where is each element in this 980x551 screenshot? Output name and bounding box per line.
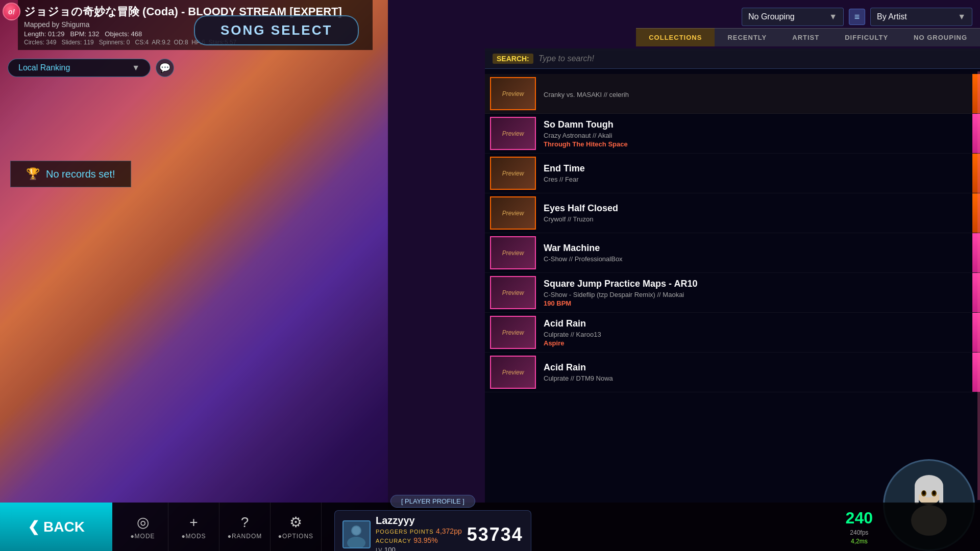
bottom-action-label-2: ●RANDOM [228, 533, 262, 540]
song-circles: Circles: 349 [24, 39, 56, 46]
song-item-info: War Machine C-Show // ProfessionalBox [544, 243, 975, 263]
song-thumbnail-bg: Preview [491, 197, 535, 229]
bottom-action-icon-0: ◎ [137, 514, 149, 531]
song-select-title-container: SONG SELECT [194, 15, 359, 45]
sort-label: By Artist [877, 12, 907, 21]
song-list-item-2[interactable]: Preview So Damn Tough Crazy Astronaut //… [485, 114, 980, 154]
song-thumbnail-bg: Preview [491, 78, 535, 109]
fps-ping: 4,2ms [851, 538, 868, 545]
song-item-title: Acid Rain [544, 362, 975, 373]
song-list-item-6[interactable]: Preview Square Jump Practice Maps - AR10… [485, 273, 980, 313]
player-score: 53734 [467, 524, 523, 545]
song-thumbnail-bg: Preview [491, 357, 535, 388]
song-item-subtitle: Cres // Fear [544, 176, 975, 183]
no-records-panel: 🏆 No records set! [10, 161, 131, 187]
player-level: 100 [384, 546, 396, 551]
bottom-action-icon-1: + [189, 514, 198, 531]
song-item-info: Acid Rain Culprate // Karoo13 Aspire [544, 318, 975, 347]
sort-icon[interactable]: ≡ [849, 9, 865, 25]
song-item-title: End Time [544, 163, 975, 174]
song-objects: Objects: 468 [105, 30, 142, 38]
song-cs: CS:4 [135, 39, 149, 46]
player-level-row: LV 100 [376, 545, 462, 551]
no-records-text: No records set! [46, 168, 115, 180]
player-info: Lazzyyy POGGERS POINTS 4,372pp ACCURACY … [376, 515, 462, 551]
sort-arrow: ▼ [958, 12, 966, 21]
song-thumbnail: Preview [490, 316, 536, 349]
song-list-item-4[interactable]: Preview Eyes Half Closed Crywolf // Truz… [485, 193, 980, 233]
song-item-info: So Damn Tough Crazy Astronaut // Akali T… [544, 119, 975, 148]
bottom-action-random[interactable]: ? ●RANDOM [219, 503, 271, 551]
sort-dropdown[interactable]: By Artist ▼ [870, 8, 972, 26]
song-item-subtitle: Crywolf // Truzon [544, 215, 975, 223]
tab-navigation: COLLECTIONS RECENTLY ARTIST DIFFICULTY N… [636, 28, 980, 46]
song-list-item-3[interactable]: Preview End Time Cres // Fear [485, 154, 980, 193]
chat-icon[interactable]: 💬 [156, 59, 174, 77]
ranking-select[interactable]: Local Ranking ▼ [8, 59, 151, 77]
player-points: 4,372pp [436, 527, 462, 535]
svg-point-3 [352, 527, 360, 535]
bottom-action-mode[interactable]: ◎ ●MODE [117, 503, 168, 551]
song-bpm: BPM: 132 [70, 30, 99, 38]
bottom-action-options[interactable]: ⚙ ●OPTIONS [271, 503, 322, 551]
tab-difficulty[interactable]: DIFFICULTY [832, 28, 901, 46]
ranking-dropdown: Local Ranking ▼ 💬 [8, 59, 174, 77]
song-thumbnail: Preview [490, 196, 536, 230]
song-select-title: SONG SELECT [194, 15, 359, 45]
tab-artist[interactable]: ARTIST [779, 28, 832, 46]
fps-value: 240 [846, 509, 873, 528]
tab-recently[interactable]: RECENTLY [715, 28, 779, 46]
osu-logo[interactable]: o! [3, 3, 20, 20]
bottom-action-icon-3: ⚙ [289, 514, 302, 531]
preview-text: Preview [502, 329, 524, 336]
player-accuracy-row: ACCURACY 93.95% [376, 536, 462, 545]
player-points-row: POGGERS POINTS 4,372pp [376, 527, 462, 536]
player-profile-button[interactable]: [ PLAYER PROFILE ] [390, 495, 475, 508]
player-accuracy-label: ACCURACY [376, 538, 411, 544]
svg-rect-9 [939, 486, 943, 504]
bottom-action-mods[interactable]: + ●MODS [168, 503, 219, 551]
song-item-subtitle: Culprate // Karoo13 [544, 331, 975, 338]
song-thumbnail: Preview [490, 157, 536, 190]
song-thumbnail: Preview [490, 276, 536, 309]
song-length: Length: 01:29 [24, 30, 65, 38]
svg-point-13 [933, 491, 936, 495]
preview-text: Preview [502, 249, 524, 257]
song-thumbnail: Preview [490, 77, 536, 110]
back-label: BACK [43, 519, 85, 535]
svg-point-7 [915, 475, 943, 497]
bottom-bar: ❮ BACK ◎ ●MODE + ●MODS ? ●RANDOM ⚙ ●OPTI… [0, 503, 980, 551]
preview-text: Preview [502, 170, 524, 177]
tab-collections[interactable]: COLLECTIONS [636, 28, 715, 46]
fps-main: 240 [846, 509, 873, 528]
tab-no-grouping[interactable]: NO GROUPING [901, 28, 980, 46]
grouping-dropdown[interactable]: No Grouping ▼ [742, 8, 844, 26]
song-list-item-8[interactable]: Preview Acid Rain Culprate // DTM9 Nowa [485, 353, 980, 392]
song-list-item-1[interactable]: Preview Cranky vs. MASAKI // celerih [485, 74, 980, 114]
song-list-item-7[interactable]: Preview Acid Rain Culprate // Karoo13 As… [485, 313, 980, 353]
song-item-subtitle: C-Show - Sideflip (tzp Despair Remix) //… [544, 291, 975, 298]
song-thumbnail-bg: Preview [491, 158, 535, 189]
back-arrow-icon: ❮ [28, 518, 39, 535]
song-item-info: Cranky vs. MASAKI // celerih [544, 89, 975, 98]
preview-text: Preview [502, 289, 524, 296]
song-item-title: Square Jump Practice Maps - AR10 [544, 279, 975, 289]
song-thumbnail: Preview [490, 236, 536, 269]
search-input[interactable] [538, 54, 972, 63]
song-item-info: End Time Cres // Fear [544, 163, 975, 183]
song-list-item-5[interactable]: Preview War Machine C-Show // Profession… [485, 233, 980, 273]
song-item-title: Eyes Half Closed [544, 203, 975, 214]
song-item-title: Acid Rain [544, 318, 975, 329]
preview-text: Preview [502, 130, 524, 137]
preview-text: Preview [502, 90, 524, 97]
back-button[interactable]: ❮ BACK [0, 503, 112, 551]
player-level-label: LV [376, 547, 382, 551]
song-item-subtitle: C-Show // ProfessionalBox [544, 255, 975, 263]
song-item-extra: Through The Hitech Space [544, 140, 975, 148]
bottom-action-label-0: ●MODE [130, 533, 155, 540]
song-thumbnail-bg: Preview [491, 118, 535, 149]
fps-counter: 240 240fps 4,2ms [841, 503, 878, 551]
ranking-arrow: ▼ [132, 63, 140, 72]
song-od: OD:8 [174, 39, 188, 46]
song-item-info: Eyes Half Closed Crywolf // Truzon [544, 203, 975, 223]
